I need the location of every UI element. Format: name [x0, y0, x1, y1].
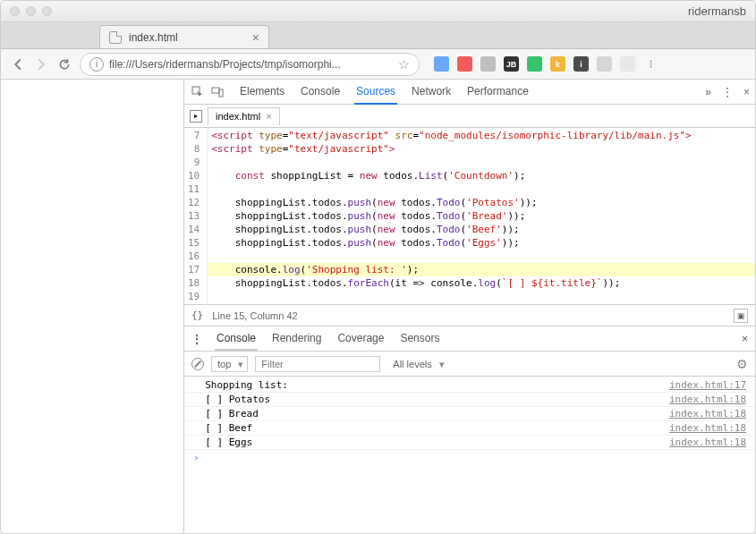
code-line [208, 156, 755, 169]
extension-ext-info[interactable]: i [573, 56, 589, 72]
drawer-tab-rendering[interactable]: Rendering [270, 327, 323, 351]
drawer-tab-console[interactable]: Console [215, 327, 258, 351]
profile-name[interactable]: ridermansb [688, 4, 746, 18]
console-output[interactable]: Shopping list:index.html:17 [ ] Potatosi… [184, 377, 755, 534]
drawer-tab-coverage[interactable]: Coverage [336, 327, 386, 351]
url-text: file:///Users/ridermansb/Projects/tmp/is… [109, 58, 393, 71]
console-message: [ ] Eggs [193, 437, 669, 448]
close-window-icon[interactable] [10, 6, 20, 16]
tab-label: index.html [129, 31, 178, 44]
code-line [208, 182, 755, 196]
context-selector[interactable]: top [211, 356, 248, 372]
cursor-position: Line 15, Column 42 [212, 310, 297, 321]
console-message: Shopping list: [193, 379, 669, 391]
devtools-tab-elements[interactable]: Elements [238, 80, 286, 105]
extension-ext-grey1[interactable] [480, 56, 496, 72]
clear-console-icon[interactable] [191, 358, 204, 370]
console-source-link[interactable]: index.html:18 [669, 408, 746, 420]
console-filter-bar: top All levels ⚙ [184, 352, 755, 377]
extension-ext-jb[interactable]: JB [504, 56, 519, 72]
url-field[interactable]: i file:///Users/ridermansb/Projects/tmp/… [80, 53, 420, 76]
extension-ext-green[interactable] [527, 56, 542, 72]
more-tabs-icon[interactable]: » [705, 86, 711, 98]
devtools-panel: ElementsConsoleSourcesNetworkPerformance… [184, 80, 755, 534]
console-filter-input[interactable] [255, 356, 380, 372]
console-row: Shopping list:index.html:17 [184, 378, 755, 393]
drawer-tabbar: ⋮ ConsoleRenderingCoverageSensors × [184, 326, 755, 352]
extension-ext-cloud[interactable] [620, 56, 635, 72]
code-line [208, 250, 755, 263]
reload-button[interactable] [56, 56, 72, 72]
devtools-toolbar: ElementsConsoleSourcesNetworkPerformance… [184, 80, 755, 105]
code-line [208, 290, 755, 303]
inspect-element-icon[interactable] [190, 84, 206, 100]
code-editor[interactable]: 78910111213141516171819 <script type="te… [184, 128, 755, 305]
close-tab-icon[interactable]: × [252, 30, 259, 45]
devtools-close-icon[interactable]: × [743, 86, 750, 98]
extension-translate[interactable] [434, 56, 449, 72]
console-source-link[interactable]: index.html:18 [669, 437, 746, 448]
drawer-tab-sensors[interactable]: Sensors [398, 327, 441, 351]
line-gutter: 78910111213141516171819 [184, 128, 208, 304]
site-info-icon[interactable]: i [89, 57, 104, 72]
extension-ext-menu[interactable]: ⋮ [643, 56, 658, 72]
svg-rect-2 [219, 89, 223, 97]
extension-ext-grey2[interactable] [597, 56, 612, 72]
zoom-window-icon[interactable] [42, 6, 52, 16]
browser-tab[interactable]: index.html × [99, 25, 269, 48]
console-row: [ ] Breadindex.html:18 [184, 407, 755, 421]
code-line: shoppingList.todos.push(new todos.Todo('… [208, 223, 755, 236]
extension-ext-k[interactable]: k [550, 56, 565, 72]
drawer-close-icon[interactable]: × [742, 333, 748, 345]
console-source-link[interactable]: index.html:18 [669, 394, 746, 405]
bookmark-icon[interactable]: ☆ [398, 57, 410, 72]
browser-tabstrip: index.html × [1, 22, 755, 49]
code-line: shoppingList.todos.push(new todos.Todo('… [208, 196, 755, 209]
code-line: <script type="text/javascript"> [208, 142, 755, 156]
minimize-window-icon[interactable] [26, 6, 36, 16]
console-source-link[interactable]: index.html:18 [669, 422, 746, 434]
devtools-tab-performance[interactable]: Performance [465, 80, 531, 105]
toggle-pane-icon[interactable]: ▣ [734, 309, 748, 323]
console-settings-icon[interactable]: ⚙ [736, 357, 748, 371]
code-lines: <script type="text/javascript" src="node… [208, 128, 755, 304]
console-message: [ ] Beef [193, 422, 669, 434]
sources-file-bar: ▸ index.html × [184, 105, 755, 128]
pretty-print-icon[interactable]: {} [191, 309, 203, 321]
svg-rect-1 [212, 88, 219, 93]
console-row: [ ] Beefindex.html:18 [184, 421, 755, 436]
device-toolbar-icon[interactable] [209, 84, 225, 100]
console-message: [ ] Potatos [193, 394, 669, 405]
devtools-menu-icon[interactable]: ⋮ [722, 86, 733, 98]
editor-status-bar: {} Line 15, Column 42 ▣ [184, 305, 755, 326]
window-titlebar: ridermansb [1, 1, 755, 22]
console-row: [ ] Eggsindex.html:18 [184, 436, 755, 450]
code-line: shoppingList.todos.push(new todos.Todo('… [208, 236, 755, 250]
console-row: [ ] Potatosindex.html:18 [184, 393, 755, 407]
code-line: const shoppingList = new todos.List('Cou… [208, 169, 755, 182]
drawer-menu-icon[interactable]: ⋮ [191, 333, 202, 345]
log-levels-selector[interactable]: All levels [387, 357, 447, 371]
address-bar: i file:///Users/ridermansb/Projects/tmp/… [1, 49, 755, 80]
extension-ext-red[interactable] [457, 56, 472, 72]
traffic-lights [10, 6, 52, 16]
code-line: console.log('Shopping list: '); [208, 263, 755, 276]
code-line: shoppingList.todos.push(new todos.Todo('… [208, 209, 755, 223]
back-button[interactable] [10, 56, 26, 72]
console-message: [ ] Bread [193, 408, 669, 420]
source-file-label: index.html [216, 111, 260, 122]
extension-icons: JBki⋮ [434, 56, 658, 72]
resume-script-icon[interactable]: ▸ [190, 110, 202, 123]
console-source-link[interactable]: index.html:17 [669, 379, 746, 391]
devtools-tab-console[interactable]: Console [299, 80, 342, 105]
file-icon [109, 31, 122, 44]
code-line: <script type="text/javascript" src="node… [208, 129, 755, 142]
console-prompt[interactable]: › [184, 450, 755, 465]
devtools-tab-network[interactable]: Network [410, 80, 453, 105]
devtools-tab-sources[interactable]: Sources [354, 80, 397, 105]
forward-button[interactable] [33, 56, 49, 72]
page-viewport [1, 80, 184, 534]
code-line: shoppingList.todos.forEach(it => console… [208, 276, 755, 290]
close-source-tab-icon[interactable]: × [266, 111, 271, 122]
source-file-tab[interactable]: index.html × [208, 107, 280, 125]
